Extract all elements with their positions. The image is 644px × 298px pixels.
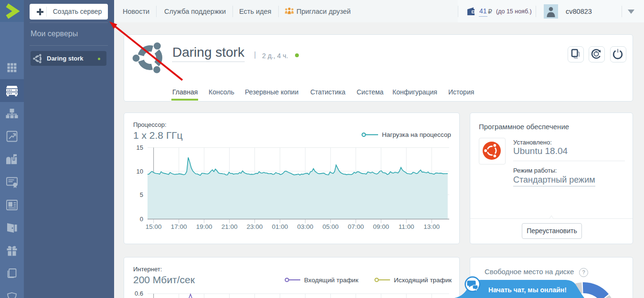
svg-text:07:00: 07:00	[348, 223, 364, 230]
svg-text:05:00: 05:00	[323, 223, 339, 230]
svg-text:13:00: 13:00	[423, 223, 440, 230]
svg-text:23:00: 23:00	[247, 223, 263, 230]
svg-text:5: 5	[140, 191, 143, 198]
svg-text:0.6: 0.6	[135, 290, 143, 297]
svg-text:10: 10	[137, 168, 143, 175]
svg-text:11:00: 11:00	[399, 223, 414, 230]
svg-text:Исходящий трафик: Исходящий трафик	[394, 277, 452, 284]
svg-text:19:00: 19:00	[196, 223, 212, 230]
svg-text:21:00: 21:00	[222, 223, 238, 230]
svg-text:17:00: 17:00	[171, 223, 187, 230]
svg-text:01:00: 01:00	[272, 223, 288, 230]
svg-text:03:00: 03:00	[297, 223, 314, 230]
svg-text:Начать чат, мы онлайн!: Начать чат, мы онлайн!	[488, 286, 567, 294]
svg-text:0: 0	[140, 216, 143, 223]
svg-text:09:00: 09:00	[373, 223, 389, 230]
svg-text:15: 15	[137, 144, 143, 151]
svg-text:Нагрузка на процессор: Нагрузка на процессор	[382, 131, 451, 138]
svg-text:Входящий трафик: Входящий трафик	[304, 277, 359, 284]
svg-text:15:00: 15:00	[146, 223, 162, 230]
